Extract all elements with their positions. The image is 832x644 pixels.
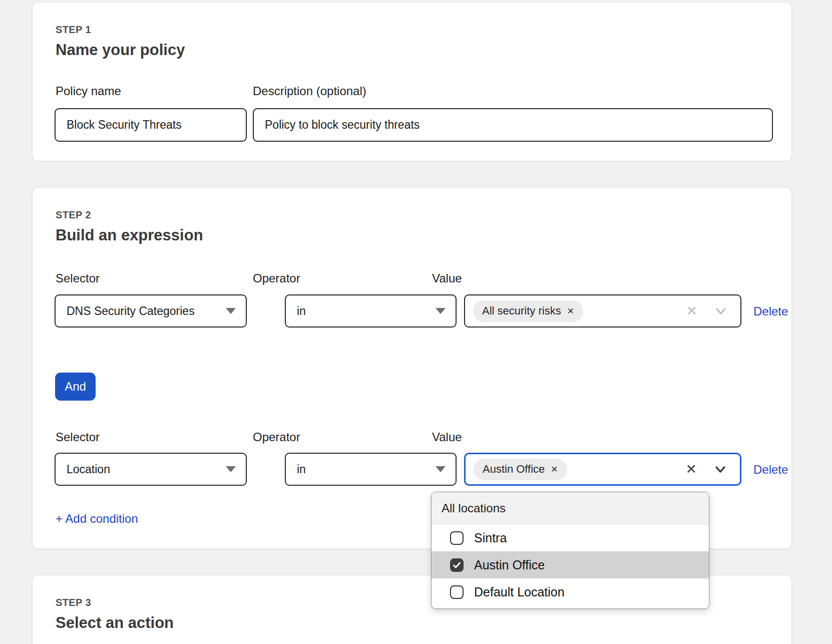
- value-column-label: Value: [432, 431, 462, 443]
- policy-name-label: Policy name: [56, 85, 121, 97]
- remove-tag-icon[interactable]: ✕: [567, 307, 574, 315]
- dropdown-option-sintra[interactable]: Sintra: [432, 524, 709, 551]
- clear-all-icon[interactable]: ✕: [686, 304, 697, 318]
- step2-label: STEP 2: [56, 210, 91, 220]
- selector-value: DNS Security Categories: [67, 304, 195, 318]
- operator-dropdown[interactable]: in: [285, 294, 457, 328]
- value-tag: All security risks ✕: [473, 300, 583, 322]
- dropdown-option-austin-office[interactable]: Austin Office: [432, 551, 709, 578]
- selector-column-label: Selector: [56, 272, 100, 284]
- delete-condition-link[interactable]: Delete: [753, 464, 788, 476]
- step1-title: Name your policy: [56, 42, 185, 58]
- step3-title: Select an action: [56, 615, 174, 630]
- checkbox-unchecked-icon[interactable]: [450, 531, 464, 545]
- value-tag-label: Austin Office: [483, 463, 545, 476]
- value-tag-label: All security risks: [482, 304, 561, 317]
- value-multiselect-focused[interactable]: Austin Office ✕ ✕: [464, 453, 741, 486]
- chevron-down-icon: [226, 308, 236, 314]
- dropdown-group-header: All locations: [432, 492, 709, 524]
- option-label: Default Location: [474, 585, 565, 599]
- selector-dropdown[interactable]: Location: [55, 453, 247, 486]
- chevron-down-icon: [436, 308, 446, 314]
- locations-dropdown-panel: All locations Sintra Austin Office Defau…: [431, 492, 709, 609]
- operator-dropdown[interactable]: in: [285, 453, 457, 486]
- option-label: Austin Office: [474, 558, 545, 572]
- operator-column-label: Operator: [253, 272, 300, 284]
- chevron-down-icon[interactable]: [713, 462, 728, 477]
- condition-row: DNS Security Categories in All security …: [55, 294, 772, 328]
- and-operator-button[interactable]: And: [55, 373, 96, 401]
- checkbox-unchecked-icon[interactable]: [450, 585, 464, 599]
- option-label: Sintra: [474, 531, 507, 545]
- clear-all-icon[interactable]: ✕: [685, 463, 697, 476]
- step3-label: STEP 3: [56, 597, 91, 607]
- operator-value: in: [297, 463, 306, 476]
- value-column-label: Value: [432, 272, 462, 284]
- value-tag: Austin Office ✕: [474, 459, 567, 480]
- delete-condition-link[interactable]: Delete: [753, 305, 788, 317]
- condition-row: Location in Austin Office ✕ ✕ Delete: [55, 453, 772, 486]
- selector-column-label: Selector: [56, 431, 100, 443]
- checkbox-checked-icon[interactable]: [450, 558, 464, 572]
- description-input[interactable]: [253, 108, 773, 142]
- operator-value: in: [297, 304, 306, 318]
- policy-name-input[interactable]: [55, 108, 247, 142]
- operator-column-label: Operator: [253, 431, 300, 443]
- chevron-down-icon: [436, 466, 446, 472]
- step2-title: Build an expression: [56, 227, 203, 243]
- selector-dropdown[interactable]: DNS Security Categories: [55, 294, 247, 328]
- chevron-down-icon: [226, 466, 236, 472]
- remove-tag-icon[interactable]: ✕: [551, 465, 558, 474]
- dropdown-option-default-location[interactable]: Default Location: [432, 578, 709, 605]
- step1-card: STEP 1 Name your policy Policy name Desc…: [32, 2, 792, 161]
- add-condition-link[interactable]: + Add condition: [56, 513, 138, 525]
- selector-value: Location: [67, 463, 110, 476]
- step1-label: STEP 1: [56, 25, 91, 35]
- chevron-down-icon[interactable]: [713, 303, 728, 318]
- value-multiselect[interactable]: All security risks ✕ ✕: [464, 294, 741, 328]
- description-label: Description (optional): [253, 85, 366, 97]
